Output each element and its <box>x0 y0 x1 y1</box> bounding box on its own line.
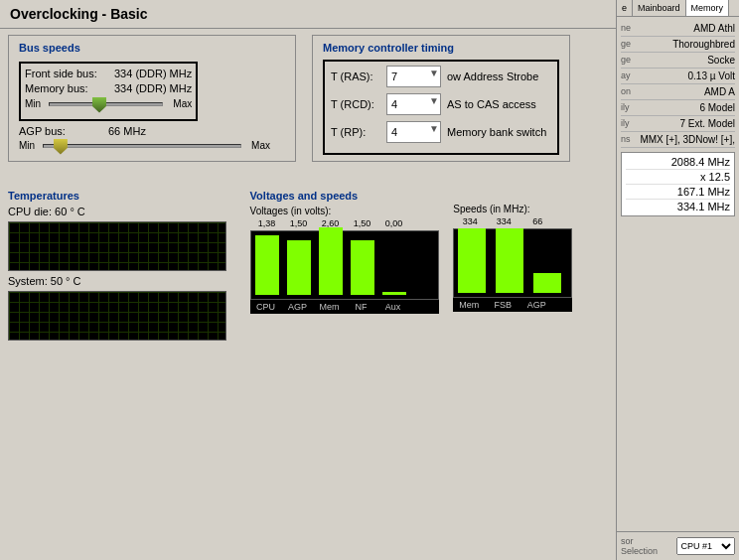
memory-bus-slider-thumb[interactable] <box>92 97 106 113</box>
tab-e[interactable]: e <box>617 0 633 16</box>
front-side-bus-value: 334 (DDR) MHz <box>114 68 192 79</box>
voltages-subtitle: Voltages (in volts): <box>250 206 444 216</box>
info-value-1: Thoroughbred <box>672 39 735 50</box>
agp-section: AGP bus: 66 MHz Min Max <box>19 125 285 151</box>
info-label-6: ily <box>621 118 630 129</box>
speed-val-2: 66 <box>524 216 550 226</box>
slider-max-label: Max <box>167 98 192 109</box>
front-side-bus-label: Front side bus: <box>25 68 114 79</box>
ras-select-wrapper: 7 34568 <box>386 66 441 87</box>
info-label-2: ge <box>621 55 631 66</box>
info-value-7: MMX [+], 3DNow! [+], <box>640 134 735 145</box>
ras-label: T (RAS): <box>331 70 380 82</box>
rcd-select-wrapper: 4 35678 <box>386 93 441 115</box>
info-label-3: ay <box>621 70 631 81</box>
agp-bar <box>287 240 311 295</box>
system-temp-item: System: 50 ° C <box>8 275 240 287</box>
ras-select[interactable]: 7 34568 <box>386 66 441 87</box>
mem-speed-label: Mem <box>457 300 481 310</box>
processor-selection-label: sor Selection <box>621 536 672 556</box>
right-sidebar: e Mainboard Memory ne AMD Athl ge Thorou… <box>616 0 739 560</box>
sidebar-bottom: sor Selection CPU #1 <box>617 531 739 560</box>
info-row-6: ily 7 Ext. Model <box>621 116 735 132</box>
cpu-die-label: CPU die: <box>8 206 52 217</box>
slider-min-label: Min <box>25 98 45 109</box>
agp-bus-label: AGP bus: <box>19 125 108 137</box>
speeds-panel: Speeds (in MHz): 334 334 66 <box>453 190 608 345</box>
cpu-temp-graph <box>8 221 226 271</box>
system-temp-label: System: <box>8 275 48 287</box>
highlighted-val-1: x 12.5 <box>626 170 730 185</box>
info-row-2: ge Socke <box>621 53 735 69</box>
memory-bus-slider-container: Min Max <box>25 98 192 109</box>
sidebar-tabs: e Mainboard Memory <box>617 0 739 17</box>
speed-val-1: 334 <box>491 216 517 226</box>
info-row-1: ge Thoroughbred <box>621 37 735 53</box>
ras-desc: ow Address Strobe <box>447 70 538 82</box>
processor-select[interactable]: CPU #1 <box>676 537 735 555</box>
info-label-7: ns <box>621 134 631 145</box>
info-value-2: Socke <box>707 55 735 66</box>
info-row-3: ay 0.13 µ Volt <box>621 69 735 84</box>
rcd-select[interactable]: 4 35678 <box>386 93 441 115</box>
volt-val-4: 0,00 <box>381 218 407 228</box>
sidebar-content: ne AMD Athl ge Thoroughbred ge Socke ay … <box>617 17 739 531</box>
rp-label: T (RP): <box>331 126 380 138</box>
tab-mainboard[interactable]: Mainboard <box>633 0 686 16</box>
cpu-temp-graph-grid <box>9 222 225 270</box>
info-row-5: ily 6 Model <box>621 100 735 116</box>
rp-select-wrapper: 4 35678 <box>386 121 441 143</box>
info-row-7: ns MMX [+], 3DNow! [+], <box>621 132 735 148</box>
memory-bus-label: Memory bus: <box>25 82 114 94</box>
volt-val-3: 1,50 <box>350 218 375 228</box>
memory-bus-row: Memory bus: 334 (DDR) MHz <box>25 82 192 94</box>
rp-desc: Memory bank switch <box>447 126 546 138</box>
voltage-bar-chart <box>250 230 439 300</box>
highlighted-val-2: 167.1 MHz <box>626 185 730 200</box>
mem-volt-bar <box>319 227 343 295</box>
info-value-4: AMD A <box>704 86 735 97</box>
temperatures-title: Temperatures <box>8 190 240 202</box>
agp-slider-thumb[interactable] <box>54 139 68 155</box>
voltage-bars <box>255 235 434 295</box>
memory-timing-panel: Memory controller timing T (RAS): 7 3456… <box>312 35 570 162</box>
speed-bar-chart <box>453 228 572 298</box>
memory-timing-title: Memory controller timing <box>323 42 559 54</box>
cpu-die-item: CPU die: 60 ° C <box>8 206 240 217</box>
info-row-4: on AMD A <box>621 84 735 100</box>
temperatures-panel: Temperatures CPU die: 60 ° C System: 50 … <box>8 190 240 345</box>
agp-bus-value: 66 MHz <box>108 125 146 137</box>
rp-row: T (RP): 4 35678 Memory bank switch <box>331 121 551 143</box>
bus-speeds-panel: Bus speeds Front side bus: 334 (DDR) MHz… <box>8 35 296 162</box>
agp-max-label: Max <box>245 140 270 151</box>
rcd-row: T (RCD): 4 35678 AS to CAS access <box>331 93 551 115</box>
agp-slider-track <box>43 144 241 148</box>
agp-bus-row: AGP bus: 66 MHz <box>19 125 285 137</box>
bus-speeds-highlighted: Front side bus: 334 (DDR) MHz Memory bus… <box>19 62 198 121</box>
voltages-panel: Voltages and speeds Voltages (in volts):… <box>250 190 444 345</box>
info-label-1: ge <box>621 39 631 50</box>
front-side-bus-row: Front side bus: 334 (DDR) MHz <box>25 68 192 79</box>
nf-bar <box>351 240 374 295</box>
bus-speeds-title: Bus speeds <box>19 42 285 54</box>
speed-bar-labels: Mem FSB AGP <box>453 298 572 312</box>
voltages-speeds-title: Voltages and speeds <box>250 190 444 202</box>
info-value-6: 7 Ext. Model <box>679 118 735 129</box>
system-temp-graph <box>8 291 226 341</box>
speed-bars <box>458 233 567 293</box>
info-label-4: on <box>621 86 631 97</box>
cpu-bar-label: CPU <box>254 302 278 312</box>
info-row-0: ne AMD Athl <box>621 21 735 37</box>
mem-speed-bar <box>458 228 486 293</box>
volt-val-0: 1,38 <box>254 218 280 228</box>
nf-bar-label: NF <box>350 302 373 312</box>
info-value-0: AMD Athl <box>693 23 735 34</box>
aux-bar <box>382 292 406 295</box>
speed-val-0: 334 <box>457 216 483 226</box>
cpu-bar <box>255 235 279 295</box>
page-title: Overclocking - Basic <box>0 0 616 26</box>
rp-select[interactable]: 4 35678 <box>386 121 441 143</box>
tab-memory[interactable]: Memory <box>686 0 730 16</box>
info-label-5: ily <box>621 102 630 113</box>
speeds-subtitle: Speeds (in MHz): <box>453 204 608 214</box>
